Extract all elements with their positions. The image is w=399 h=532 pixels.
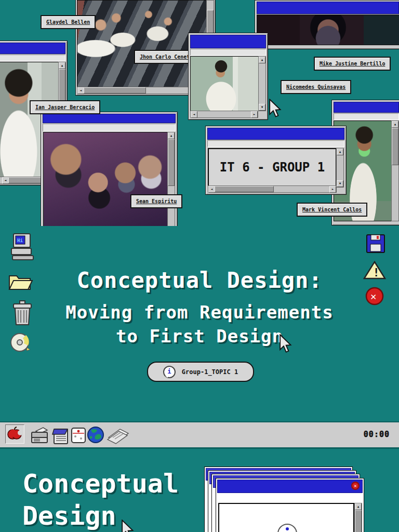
window-stack: ✕ ▲	[204, 467, 376, 532]
scroll-thumb[interactable]	[355, 510, 362, 532]
taskbar: 00:00	[0, 421, 399, 449]
scroll-up-icon[interactable]: ▲	[259, 57, 265, 63]
group-title-text: IT 6 - GROUP 1	[220, 160, 325, 175]
topic-badge-button[interactable]: i Group-1_TOPIC 1	[147, 362, 254, 382]
window-standing-portrait[interactable]: ▲ ▼ ◄ ►	[188, 33, 268, 120]
documents-icon[interactable]	[105, 426, 130, 447]
vertical-scrollbar[interactable]: ▲ ▼	[258, 56, 266, 111]
slide-subtitle-line2: to First Design	[0, 326, 399, 347]
titlebar[interactable]	[257, 2, 399, 14]
titlebar[interactable]	[0, 43, 65, 54]
front-window[interactable]: ✕ ▲	[216, 478, 364, 532]
titlebar[interactable]	[207, 128, 344, 140]
svg-text:Hi: Hi	[17, 238, 23, 243]
name-label-mike-justine-bertillo: Mike Justine Bertillo	[314, 57, 391, 71]
info-icon: i	[163, 366, 176, 378]
scroll-up-icon[interactable]: ▲	[59, 62, 65, 69]
standing-portrait-photo	[190, 56, 259, 111]
title-slide-section: Hi	[0, 226, 399, 421]
window-group-selfie[interactable]: ▲	[41, 112, 178, 226]
titlebar[interactable]	[334, 102, 399, 113]
name-label-glaydel-bellen: Glaydel Bellen	[41, 15, 96, 29]
menu-strip	[334, 113, 399, 120]
mouse-cursor-icon	[278, 334, 293, 354]
printer-icon[interactable]	[30, 426, 51, 447]
collage-section: ◄ ▲ ◄	[0, 0, 399, 226]
mouse-cursor-icon	[121, 520, 135, 532]
scroll-right-icon[interactable]: ►	[329, 186, 336, 193]
scroll-up-icon[interactable]: ▲	[337, 149, 343, 155]
scroll-left-icon[interactable]: ◄	[191, 111, 197, 118]
bottom-slide-section: Conceptual Design ✕	[0, 448, 399, 532]
close-icon[interactable]: ✕	[351, 482, 360, 490]
globe-icon[interactable]	[87, 426, 104, 446]
vertical-scrollbar[interactable]: ▲	[167, 132, 175, 226]
vertical-scrollbar[interactable]: ▲	[391, 121, 399, 221]
name-label-mark-vincent-callos: Mark Vincent Callos	[297, 203, 367, 217]
scroll-right-icon[interactable]: ►	[251, 111, 258, 118]
scroll-up-icon[interactable]: ▲	[355, 503, 362, 510]
group-selfie-photo	[43, 132, 168, 226]
name-label-ian-jasper-bercacio: Ian Jasper Bercacio	[30, 100, 100, 114]
window-group-title[interactable]: IT 6 - GROUP 1 ▲ ▼ ◄ ►	[205, 126, 347, 195]
slide-title: Conceptual Design:	[0, 268, 399, 293]
taskbar-clock: 00:00	[364, 430, 390, 439]
window-dark-photo[interactable]	[255, 0, 399, 49]
menu-strip	[190, 49, 266, 56]
floppy-disk-icon[interactable]	[366, 234, 385, 256]
titlebar[interactable]	[190, 35, 266, 48]
scroll-thumb[interactable]	[215, 186, 274, 192]
vertical-scrollbar[interactable]: ▲ ▼	[336, 148, 344, 188]
apple-menu-button[interactable]	[5, 424, 24, 444]
dark-portrait-photo	[257, 15, 399, 45]
scroll-thumb[interactable]	[84, 87, 146, 94]
bottom-slide-title-line2: Design	[22, 501, 116, 531]
info-icon	[277, 524, 297, 532]
scroll-thumb[interactable]	[168, 139, 175, 186]
scroll-down-icon[interactable]: ▼	[259, 104, 265, 111]
menu-strip	[207, 140, 344, 147]
bottom-slide-title-line1: Conceptual	[22, 469, 179, 499]
slide-canvas: ◄ ▲ ◄	[0, 0, 399, 532]
apple-icon	[6, 425, 23, 442]
scroll-down-icon[interactable]: ▼	[337, 180, 343, 187]
topic-badge-label: Group-1_TOPIC 1	[182, 368, 238, 376]
titlebar[interactable]: ✕	[217, 480, 363, 493]
menu-strip	[43, 124, 176, 131]
horizontal-scrollbar[interactable]: ◄ ►	[190, 111, 258, 118]
dice-icon[interactable]	[70, 426, 87, 447]
scroll-up-icon[interactable]: ▲	[392, 121, 398, 128]
computer-icon[interactable]: Hi	[10, 233, 34, 263]
front-window-content	[218, 503, 354, 532]
scroll-up-icon[interactable]: ▲	[168, 132, 175, 139]
titlebar[interactable]	[43, 114, 176, 123]
menu-strip	[0, 55, 65, 61]
vertical-scrollbar[interactable]: ▲	[354, 503, 362, 532]
mouse-cursor-icon	[268, 99, 283, 118]
classroom-horizontal-scrollbar[interactable]: ◄	[77, 87, 207, 94]
slide-subtitle-line1: Moving from Requirements	[0, 302, 399, 323]
horizontal-scrollbar[interactable]: ◄ ►	[208, 185, 337, 193]
group-title-content: IT 6 - GROUP 1	[208, 148, 337, 187]
scroll-thumb[interactable]	[392, 128, 398, 165]
name-label-sean-espiritu: Sean Espiritu	[130, 194, 182, 208]
name-label-nicomedes-quinsayas: Nicomedes Quinsayas	[281, 80, 351, 94]
notebook-icon[interactable]	[51, 426, 70, 448]
